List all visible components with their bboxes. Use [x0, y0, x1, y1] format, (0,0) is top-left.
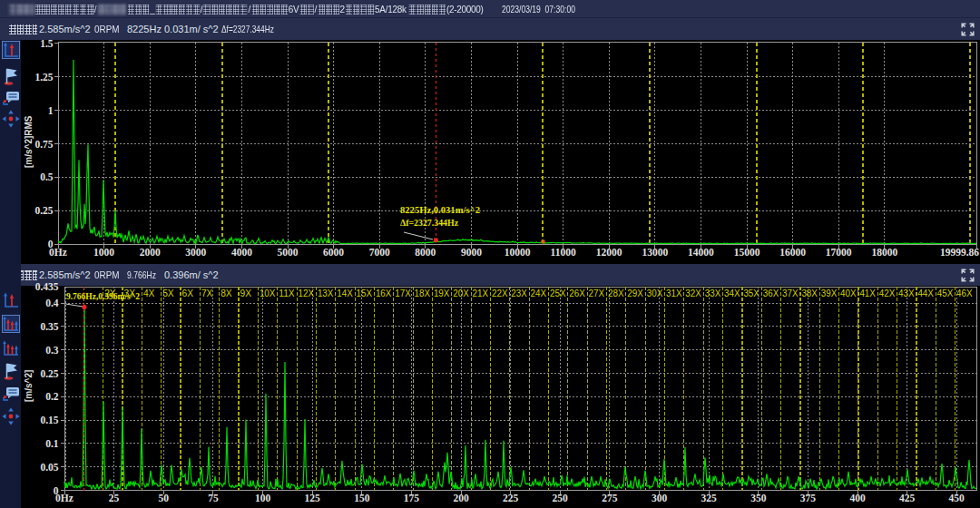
svg-text:[m/s^2]: [m/s^2] — [24, 370, 34, 402]
svg-text:75: 75 — [208, 493, 219, 503]
svg-text:350: 350 — [750, 493, 767, 503]
svg-text:9.766Hz,0.396m/s^2: 9.766Hz,0.396m/s^2 — [66, 291, 140, 301]
svg-text:6000: 6000 — [323, 247, 344, 258]
svg-text:375: 375 — [800, 493, 817, 503]
svg-text:9X: 9X — [240, 288, 252, 298]
svg-text:7000: 7000 — [369, 247, 390, 258]
svg-text:1000: 1000 — [93, 247, 114, 258]
svg-text:12000: 12000 — [596, 247, 622, 258]
svg-text:Δf=2327.344Hz: Δf=2327.344Hz — [400, 218, 458, 228]
svg-text:0.4: 0.4 — [45, 298, 59, 308]
svg-text:13000: 13000 — [642, 247, 668, 258]
svg-text:16X: 16X — [376, 288, 392, 298]
svg-text:4000: 4000 — [231, 247, 252, 258]
svg-text:3000: 3000 — [185, 247, 206, 258]
svg-text:35X: 35X — [743, 288, 760, 298]
svg-text:14000: 14000 — [688, 247, 714, 258]
svg-text:1.5: 1.5 — [40, 38, 54, 49]
svg-text:12X: 12X — [299, 288, 315, 298]
svg-text:0.15: 0.15 — [40, 415, 58, 425]
svg-text:13X: 13X — [318, 288, 334, 298]
svg-text:400: 400 — [849, 493, 866, 503]
svg-text:33X: 33X — [705, 288, 721, 298]
svg-text:1: 1 — [48, 105, 54, 116]
svg-text:19X: 19X — [434, 288, 450, 298]
svg-text:150: 150 — [354, 493, 370, 503]
svg-text:5000: 5000 — [278, 247, 299, 258]
svg-text:39X: 39X — [821, 288, 838, 298]
svg-text:25X: 25X — [550, 288, 566, 298]
svg-text:0.05: 0.05 — [40, 462, 58, 473]
svg-text:37X: 37X — [782, 288, 799, 298]
svg-text:26X: 26X — [569, 288, 585, 298]
svg-text:38X: 38X — [801, 288, 818, 298]
svg-text:15000: 15000 — [734, 247, 760, 258]
svg-text:0.35: 0.35 — [40, 321, 58, 332]
svg-text:17X: 17X — [395, 288, 411, 298]
svg-text:300: 300 — [652, 493, 668, 503]
svg-text:18000: 18000 — [871, 247, 897, 258]
svg-text:11X: 11X — [279, 288, 295, 298]
svg-text:22X: 22X — [492, 288, 508, 298]
svg-text:0: 0 — [48, 239, 54, 249]
svg-text:0.25: 0.25 — [34, 205, 53, 216]
svg-text:0.435: 0.435 — [35, 281, 59, 292]
svg-text:125: 125 — [304, 493, 320, 503]
svg-text:0.1: 0.1 — [45, 438, 59, 449]
svg-text:8X: 8X — [220, 288, 232, 298]
svg-text:29X: 29X — [627, 288, 643, 298]
svg-text:200: 200 — [453, 493, 469, 503]
svg-text:28X: 28X — [608, 288, 624, 298]
svg-text:19999.86: 19999.86 — [940, 247, 979, 258]
svg-text:44X: 44X — [917, 288, 934, 298]
svg-text:10X: 10X — [260, 288, 276, 298]
svg-text:11000: 11000 — [551, 247, 576, 258]
svg-text:4X: 4X — [143, 288, 155, 298]
svg-text:7X: 7X — [201, 288, 213, 298]
svg-text:46X: 46X — [956, 288, 973, 298]
svg-text:[m/s^2]RMS: [m/s^2]RMS — [24, 115, 34, 168]
svg-text:9000: 9000 — [461, 247, 482, 258]
svg-text:20X: 20X — [453, 288, 469, 298]
svg-text:30X: 30X — [647, 288, 663, 298]
svg-text:225: 225 — [503, 493, 519, 503]
svg-text:0: 0 — [54, 485, 59, 496]
svg-text:425: 425 — [899, 493, 916, 503]
svg-text:450: 450 — [949, 493, 965, 503]
svg-text:21X: 21X — [473, 288, 489, 298]
svg-text:17000: 17000 — [826, 247, 852, 258]
svg-text:0.3: 0.3 — [45, 345, 59, 356]
svg-text:23X: 23X — [511, 288, 527, 298]
svg-text:325: 325 — [701, 493, 717, 503]
svg-text:32X: 32X — [685, 288, 701, 298]
svg-text:8225Hz,0.031m/s^2: 8225Hz,0.031m/s^2 — [400, 205, 480, 215]
svg-text:10000: 10000 — [505, 247, 531, 258]
svg-text:8000: 8000 — [415, 247, 436, 258]
svg-text:31X: 31X — [666, 288, 682, 298]
svg-text:34X: 34X — [724, 288, 740, 298]
svg-text:6X: 6X — [182, 288, 194, 298]
svg-text:18X: 18X — [415, 288, 431, 298]
svg-text:5X: 5X — [162, 288, 174, 298]
svg-text:0.75: 0.75 — [34, 139, 53, 150]
svg-text:100: 100 — [255, 493, 271, 503]
svg-text:50: 50 — [158, 493, 169, 503]
svg-text:2000: 2000 — [140, 247, 161, 258]
svg-text:25: 25 — [109, 493, 120, 503]
svg-text:1.25: 1.25 — [34, 72, 53, 83]
svg-text:16000: 16000 — [779, 247, 806, 258]
svg-text:15X: 15X — [357, 288, 373, 298]
svg-text:27X: 27X — [589, 288, 605, 298]
svg-text:175: 175 — [404, 493, 420, 503]
svg-text:275: 275 — [602, 493, 618, 503]
svg-text:42X: 42X — [879, 288, 896, 298]
svg-text:45X: 45X — [937, 288, 954, 298]
svg-text:43X: 43X — [898, 288, 915, 298]
svg-text:250: 250 — [553, 493, 569, 503]
svg-text:41X: 41X — [859, 288, 876, 298]
svg-text:36X: 36X — [763, 288, 779, 298]
svg-text:0.25: 0.25 — [40, 368, 58, 379]
svg-text:24X: 24X — [531, 288, 547, 298]
svg-text:14X: 14X — [337, 288, 353, 298]
svg-text:0.2: 0.2 — [45, 391, 59, 402]
